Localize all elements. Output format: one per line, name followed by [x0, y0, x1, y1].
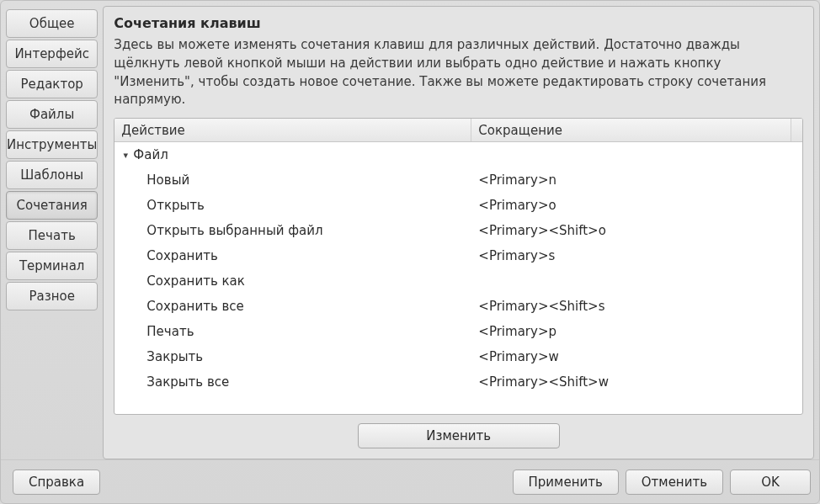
table-row[interactable]: Новый <Primary>n [114, 167, 802, 193]
ok-button[interactable]: OK [730, 470, 811, 495]
sidebar-tab-printing[interactable]: Печать [6, 221, 98, 250]
content-panel: Сочетания клавиш Здесь вы можете изменят… [103, 6, 814, 459]
table-row[interactable]: Открыть выбранный файл <Primary><Shift>o [114, 218, 802, 243]
panel-description: Здесь вы можете изменять сочетания клави… [114, 36, 803, 109]
cell-shortcut: <Primary>p [471, 324, 802, 339]
cell-shortcut: <Primary><Shift>s [471, 299, 802, 314]
panel-title: Сочетания клавиш [114, 15, 803, 31]
cell-shortcut: <Primary><Shift>w [471, 374, 802, 390]
cell-shortcut: <Primary>o [471, 198, 802, 213]
preferences-window: Общее Интерфейс Редактор Файлы Инструмен… [0, 0, 820, 504]
cell-action: Сохранить все [114, 299, 471, 314]
sidebar-tab-editor[interactable]: Редактор [6, 70, 98, 98]
change-button-row: Изменить [114, 415, 803, 448]
group-row-file[interactable]: ▾ Файл [114, 142, 802, 167]
cell-action: Печать [114, 324, 471, 339]
cell-action: Открыть выбранный файл [114, 223, 471, 238]
sidebar-tab-tools[interactable]: Инструменты [6, 130, 98, 159]
change-button[interactable]: Изменить [358, 423, 560, 448]
cell-action: Сохранить [114, 248, 471, 263]
table-body[interactable]: ▾ Файл Новый <Primary>n Открыть <Primary… [114, 142, 802, 414]
cell-action: Новый [114, 172, 471, 188]
table-row[interactable]: Печать <Primary>p [114, 319, 802, 344]
cell-shortcut: <Primary>n [471, 172, 802, 188]
apply-button[interactable]: Применить [513, 470, 619, 495]
sidebar-tab-templates[interactable]: Шаблоны [6, 161, 98, 189]
dialog-button-bar: Справка Применить Отменить OK [1, 459, 819, 503]
top-area: Общее Интерфейс Редактор Файлы Инструмен… [1, 1, 819, 459]
help-button[interactable]: Справка [13, 470, 100, 495]
column-shortcut[interactable]: Сокращение [471, 119, 791, 141]
sidebar-tab-various[interactable]: Разное [6, 282, 98, 310]
column-action[interactable]: Действие [114, 119, 471, 141]
cell-shortcut: <Primary>w [471, 349, 802, 364]
chevron-down-icon: ▾ [120, 150, 131, 161]
sidebar-tab-terminal[interactable]: Терминал [6, 252, 98, 280]
table-row[interactable]: Сохранить <Primary>s [114, 243, 802, 268]
sidebar-tab-interface[interactable]: Интерфейс [6, 40, 98, 68]
cell-action: Открыть [114, 198, 471, 213]
table-row[interactable]: Закрыть все <Primary><Shift>w [114, 369, 802, 395]
group-label: Файл [133, 147, 168, 162]
scrollbar-gutter[interactable] [791, 119, 802, 141]
sidebar-tab-general[interactable]: Общее [6, 9, 98, 38]
cell-action: Сохранить как [114, 273, 471, 289]
cell-action: Закрыть все [114, 374, 471, 390]
table-row[interactable]: Сохранить все <Primary><Shift>s [114, 294, 802, 319]
keybindings-table: Действие Сокращение ▾ Файл Новый <Primar… [114, 118, 803, 415]
table-row[interactable]: Открыть <Primary>o [114, 193, 802, 218]
sidebar-tab-keybindings[interactable]: Сочетания клавиш [6, 191, 98, 220]
table-row[interactable]: Закрыть <Primary>w [114, 344, 802, 369]
table-header: Действие Сокращение [114, 119, 802, 142]
sidebar-tab-files[interactable]: Файлы [6, 100, 98, 129]
cancel-button[interactable]: Отменить [626, 470, 723, 495]
table-row[interactable]: Сохранить как [114, 268, 802, 294]
cell-shortcut: <Primary><Shift>o [471, 223, 802, 238]
sidebar: Общее Интерфейс Редактор Файлы Инструмен… [6, 6, 98, 459]
cell-shortcut: <Primary>s [471, 248, 802, 263]
cell-action: Закрыть [114, 349, 471, 364]
